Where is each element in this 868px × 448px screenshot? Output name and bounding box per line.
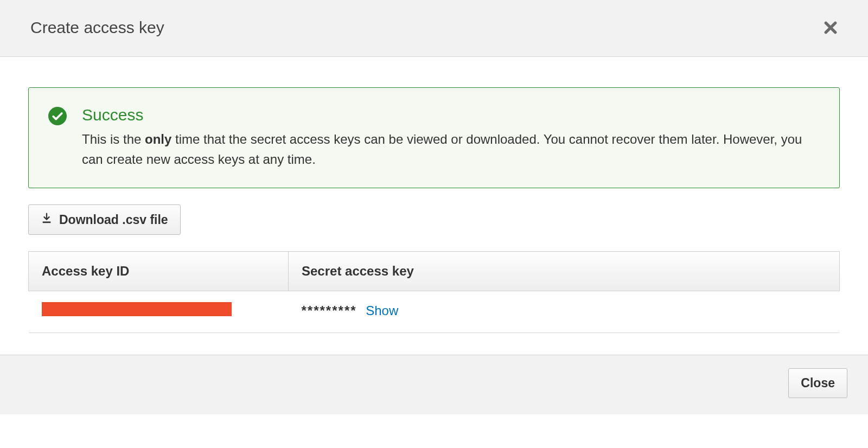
create-access-key-modal: Create access key Success This is the on… (0, 0, 868, 414)
access-keys-table: Access key ID Secret access key ********… (28, 251, 840, 333)
close-button[interactable]: Close (788, 368, 847, 398)
alert-description: This is the only time that the secret ac… (82, 129, 820, 169)
cell-secret-access-key: ********* Show (289, 291, 840, 333)
close-icon[interactable] (824, 21, 838, 35)
alert-desc-pre: This is the (82, 132, 145, 146)
modal-body: Success This is the only time that the s… (0, 57, 868, 355)
download-csv-button[interactable]: Download .csv file (28, 204, 181, 235)
download-csv-label: Download .csv file (59, 213, 168, 227)
modal-header: Create access key (0, 0, 868, 57)
secret-masked: ********* (302, 303, 357, 318)
alert-title: Success (82, 105, 820, 125)
table-row: ********* Show (29, 291, 840, 333)
show-secret-link[interactable]: Show (366, 303, 398, 318)
redacted-access-key-id (42, 302, 232, 316)
success-alert: Success This is the only time that the s… (28, 87, 840, 188)
alert-text: Success This is the only time that the s… (82, 105, 820, 169)
svg-point-0 (48, 107, 67, 125)
toolbar: Download .csv file (28, 204, 840, 235)
alert-desc-bold: only (145, 132, 171, 146)
col-secret-access-key: Secret access key (289, 252, 840, 291)
close-button-label: Close (801, 376, 835, 391)
cell-access-key-id (29, 291, 289, 333)
success-check-icon (48, 107, 67, 125)
col-access-key-id: Access key ID (29, 252, 289, 291)
modal-title: Create access key (30, 18, 164, 37)
download-icon (41, 212, 53, 227)
modal-footer: Close (0, 355, 868, 414)
alert-desc-post: time that the secret access keys can be … (82, 132, 802, 167)
table-header-row: Access key ID Secret access key (29, 252, 840, 291)
